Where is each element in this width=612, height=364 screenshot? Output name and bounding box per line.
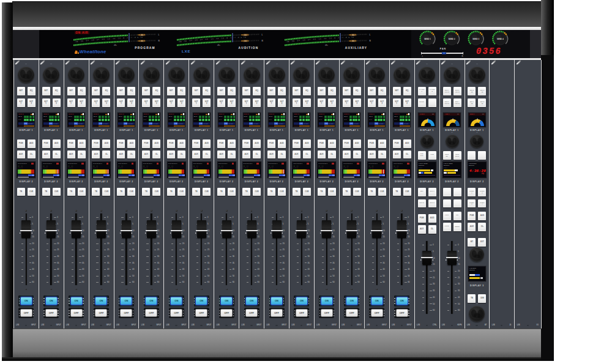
svg-text:AUDITION: AUDITION <box>239 46 259 50</box>
svg-text:R: R <box>262 40 264 42</box>
svg-text:SEND 2: SEND 2 <box>449 38 455 40</box>
svg-text:SEND 3: SEND 3 <box>472 38 479 40</box>
svg-text:L: L <box>262 34 263 36</box>
svg-text:AUXILIARY: AUXILIARY <box>345 46 367 50</box>
svg-text:dBu: dBu <box>217 44 220 46</box>
svg-text:SEND 1: SEND 1 <box>424 38 431 40</box>
svg-text:L: L <box>370 34 371 36</box>
svg-text:L: L <box>159 34 160 36</box>
svg-text:R: R <box>370 40 371 42</box>
svg-text:dBu: dBu <box>114 44 117 46</box>
svg-text:SEND 4: SEND 4 <box>497 38 504 40</box>
svg-text:dBu: dBu <box>325 44 328 46</box>
svg-text:PROGRAM: PROGRAM <box>135 46 155 50</box>
svg-text:R: R <box>159 40 160 42</box>
